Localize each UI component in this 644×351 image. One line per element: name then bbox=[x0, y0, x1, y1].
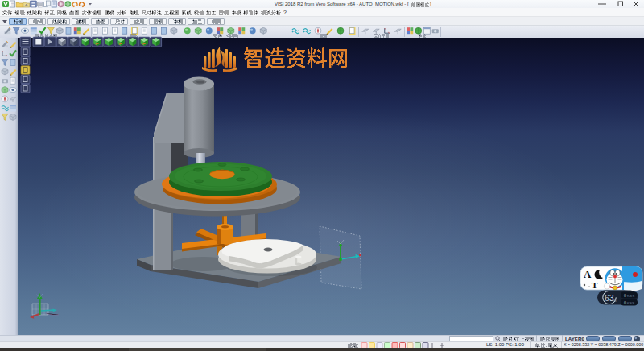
svg-text:KB/S: KB/S bbox=[627, 294, 634, 298]
svg-text:A: A bbox=[584, 268, 592, 280]
svg-text:%: % bbox=[613, 299, 617, 303]
svg-text:0: 0 bbox=[624, 293, 626, 298]
svg-text:0: 0 bbox=[624, 300, 626, 305]
svg-text:KB/S: KB/S bbox=[627, 301, 634, 305]
svg-text:T: T bbox=[592, 280, 598, 290]
